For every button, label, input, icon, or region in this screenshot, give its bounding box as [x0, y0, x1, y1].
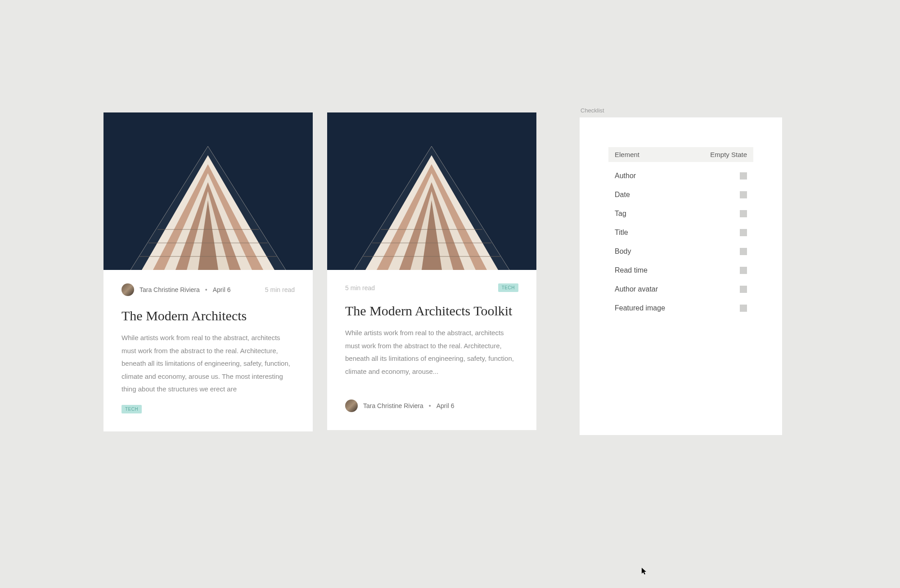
checklist-header-empty: Empty State [710, 151, 747, 158]
author-avatar[interactable] [122, 283, 134, 296]
meta-row: 5 min read TECH [345, 283, 518, 292]
article-body: While artists work from real to the abst… [122, 332, 295, 396]
author-name[interactable]: Tara Christine Riviera [363, 402, 423, 409]
checklist-row-label: Author avatar [615, 285, 658, 293]
tag-badge[interactable]: TECH [122, 405, 142, 413]
featured-image [327, 112, 536, 270]
checklist-header-element: Element [615, 151, 639, 158]
article-card-1: Tara Christine Riviera • April 6 5 min r… [104, 112, 313, 431]
checkbox[interactable] [740, 191, 747, 198]
tag-badge[interactable]: TECH [498, 283, 518, 292]
checklist-row-tag: Tag [608, 204, 753, 223]
checkbox[interactable] [740, 267, 747, 274]
checklist-row-avatar: Author avatar [608, 280, 753, 299]
checkbox[interactable] [740, 305, 747, 312]
read-time: 5 min read [345, 284, 375, 292]
checklist-panel-wrap: Checklist Element Empty State Author Dat… [580, 107, 782, 435]
article-card-2: 5 min read TECH The Modern Architects To… [327, 112, 536, 430]
checklist-row-label: Body [615, 247, 631, 256]
checklist-row-author: Author [608, 166, 753, 185]
checkbox[interactable] [740, 248, 747, 255]
checkbox[interactable] [740, 172, 747, 180]
cursor-icon [642, 568, 649, 575]
checkbox[interactable] [740, 210, 747, 217]
author-name[interactable]: Tara Christine Riviera [140, 286, 200, 293]
checklist-panel: Element Empty State Author Date Tag Titl… [580, 117, 782, 435]
article-body: While artists work from real to the abst… [345, 327, 518, 378]
checklist-row-readtime: Read time [608, 261, 753, 280]
checklist-row-label: Date [615, 191, 630, 199]
checklist-row-label: Featured image [615, 304, 665, 312]
checkbox[interactable] [740, 229, 747, 236]
svg-marker-26 [642, 568, 646, 575]
checklist-row-label: Read time [615, 266, 648, 274]
checklist-label: Checklist [580, 107, 782, 114]
checklist-header: Element Empty State [608, 147, 753, 162]
read-time: 5 min read [265, 286, 295, 293]
checklist-row-image: Featured image [608, 299, 753, 318]
checkbox[interactable] [740, 286, 747, 293]
publish-date: April 6 [436, 402, 454, 409]
author-avatar[interactable] [345, 399, 358, 412]
checklist-row-date: Date [608, 185, 753, 204]
checklist-row-label: Title [615, 229, 628, 237]
meta-row: Tara Christine Riviera • April 6 5 min r… [122, 283, 295, 296]
article-title[interactable]: The Modern Architects Toolkit [345, 302, 518, 319]
publish-date: April 6 [213, 286, 231, 293]
checklist-row-label: Author [615, 172, 636, 180]
checklist-row-title: Title [608, 223, 753, 242]
separator-dot: • [205, 286, 207, 293]
checklist-row-body: Body [608, 242, 753, 261]
featured-image [104, 112, 313, 270]
checklist-row-label: Tag [615, 210, 626, 218]
article-title[interactable]: The Modern Architects [122, 307, 295, 324]
separator-dot: • [429, 402, 431, 409]
